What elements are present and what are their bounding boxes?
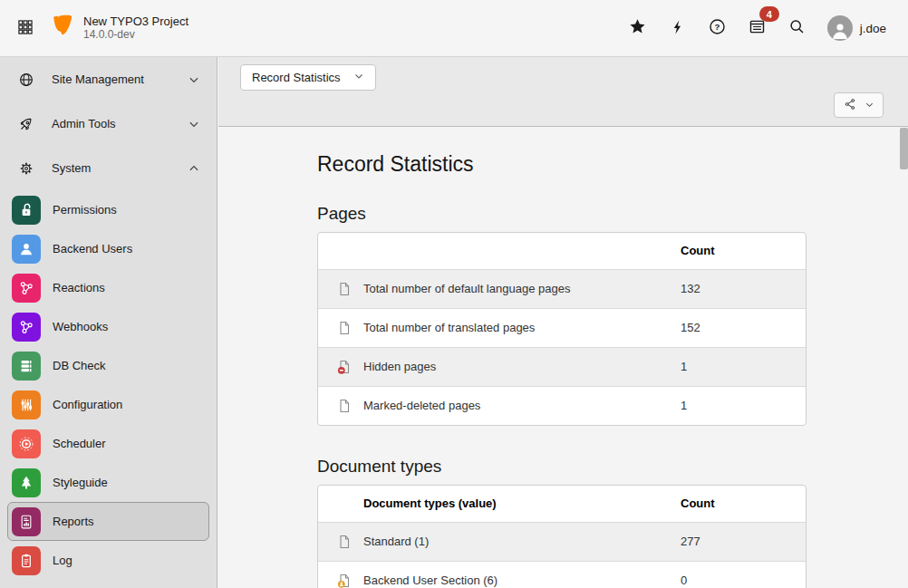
sidebar-item-db-check[interactable]: DB Check: [7, 346, 209, 385]
section-document-types: Document types Document types (value) Co…: [317, 457, 807, 588]
sidebar-item-webhooks[interactable]: Webhooks: [7, 307, 209, 346]
database-icon: [12, 352, 41, 381]
brand[interactable]: New TYPO3 Project 14.0.0-dev: [51, 14, 188, 42]
page-icon: [337, 535, 352, 549]
document-types-table: Document types (value) Count Standard (1…: [317, 485, 807, 588]
app-version: 14.0.0-dev: [83, 28, 188, 42]
sidebar-item-configuration[interactable]: Configuration: [7, 385, 209, 424]
section-heading: Pages: [317, 204, 807, 224]
toolbar: ? 4 j.doe: [628, 15, 908, 41]
topbar: New TYPO3 Project 14.0.0-dev ? 4 j.doe: [0, 0, 908, 57]
module-label: Styleguide: [53, 476, 108, 489]
table-row: Hidden pages 1: [318, 347, 806, 386]
rocket-icon: [18, 116, 34, 132]
header-cell-count: Count: [670, 233, 806, 269]
module-label: Configuration: [53, 398, 122, 411]
category-label: Admin Tools: [52, 117, 116, 130]
record-label: Marked-deleted pages: [363, 386, 670, 425]
header-cell-label: [363, 233, 670, 269]
module-label: Reactions: [53, 281, 105, 294]
sidebar-category-system[interactable]: System: [0, 146, 217, 190]
share-icon: [843, 97, 857, 114]
record-count: 1: [670, 347, 806, 386]
document-body: Record Statistics Pages Count: [218, 127, 908, 588]
sidebar-item-permissions[interactable]: Permissions: [7, 190, 209, 229]
scrollbar-thumb[interactable]: [900, 128, 908, 169]
share-button[interactable]: [834, 92, 884, 118]
chevron-down-icon: [865, 99, 874, 112]
module-label: Webhooks: [53, 320, 108, 333]
avatar: [827, 15, 853, 41]
sidebar-item-styleguide[interactable]: Styleguide: [7, 463, 209, 502]
gear-icon: [18, 160, 34, 177]
chevron-down-icon: [353, 71, 364, 84]
module-label: Log: [53, 554, 72, 567]
nodes-icon: [12, 274, 41, 303]
help-button[interactable]: ?: [708, 18, 728, 38]
clear-cache-button[interactable]: [668, 18, 688, 38]
sliders-icon: [12, 390, 41, 419]
sidebar-item-reports[interactable]: Reports: [7, 502, 209, 541]
record-label: Backend User Section (6): [363, 561, 670, 588]
sidebar-category-site-management[interactable]: Site Management: [0, 57, 217, 101]
module-select-label: Record Statistics: [252, 71, 341, 84]
lock-open-icon: [12, 196, 41, 225]
username: j.doe: [860, 22, 886, 35]
record-count: 0: [670, 561, 806, 588]
sidebar-category-admin-tools[interactable]: Admin Tools: [0, 101, 217, 146]
sidebar-item-backend-users[interactable]: Backend Users: [7, 229, 209, 268]
sidebar-item-log[interactable]: Log: [7, 541, 209, 580]
pages-table: Count Total number of default language p…: [317, 232, 807, 426]
page-icon: [337, 399, 352, 413]
nodes-icon: [12, 313, 41, 342]
record-label: Total number of translated pages: [363, 308, 670, 347]
table-header-row: Count: [318, 233, 806, 269]
sidebar-item-reactions[interactable]: Reactions: [7, 268, 209, 307]
search-button[interactable]: [787, 18, 807, 38]
typo3-logo-icon: [51, 14, 74, 42]
page-user-section-icon: [337, 574, 352, 588]
table-header-row: Document types (value) Count: [318, 486, 806, 522]
header-cell-label: Document types (value): [363, 486, 670, 522]
app-grid-button[interactable]: [0, 0, 51, 56]
header-cell-count: Count: [670, 486, 806, 522]
table-row: Standard (1) 277: [318, 522, 806, 561]
page-icon: [337, 282, 352, 296]
app-title: New TYPO3 Project: [83, 14, 188, 28]
user-icon: [12, 235, 41, 264]
table-row: Total number of default language pages 1…: [318, 269, 806, 308]
pages-table-body: Total number of default language pages 1…: [318, 269, 806, 425]
report-icon: [12, 507, 41, 536]
bolt-icon: [670, 18, 686, 39]
module-select-dropdown[interactable]: Record Statistics: [240, 64, 376, 91]
table-row: Backend User Section (6) 0: [318, 561, 806, 588]
page-icon: [337, 321, 352, 335]
chevron-down-icon: [188, 118, 200, 130]
record-label: Standard (1): [363, 522, 670, 561]
grid-icon: [16, 18, 34, 39]
bookmarks-button[interactable]: [628, 18, 648, 38]
chevron-down-icon: [188, 73, 200, 86]
module-list: Permissions Backend Users Reactions Webh…: [0, 190, 217, 580]
sidebar-item-scheduler[interactable]: Scheduler: [7, 424, 209, 463]
record-count: 1: [670, 386, 806, 425]
brand-text: New TYPO3 Project 14.0.0-dev: [83, 14, 188, 42]
record-count: 277: [670, 522, 806, 561]
svg-text:?: ?: [715, 22, 720, 32]
module-content: Record Statistics Record Statistics Page…: [218, 57, 908, 588]
tree-icon: [12, 468, 41, 497]
category-label: System: [52, 161, 91, 175]
system-information-button[interactable]: 4: [748, 18, 768, 38]
star-icon: [628, 17, 647, 39]
record-count: 152: [670, 308, 806, 347]
page-hidden-icon: [337, 360, 352, 374]
play-circle-icon: [12, 429, 41, 458]
record-count: 132: [670, 269, 806, 308]
table-row: Total number of translated pages 152: [318, 308, 806, 347]
header-cell-empty: [318, 233, 363, 269]
module-menu: Site Management Admin Tools System Permi…: [0, 57, 217, 588]
category-label: Site Management: [52, 72, 144, 86]
user-menu[interactable]: j.doe: [827, 15, 886, 41]
module-label: Scheduler: [53, 437, 106, 450]
section-heading: Document types: [317, 457, 807, 477]
